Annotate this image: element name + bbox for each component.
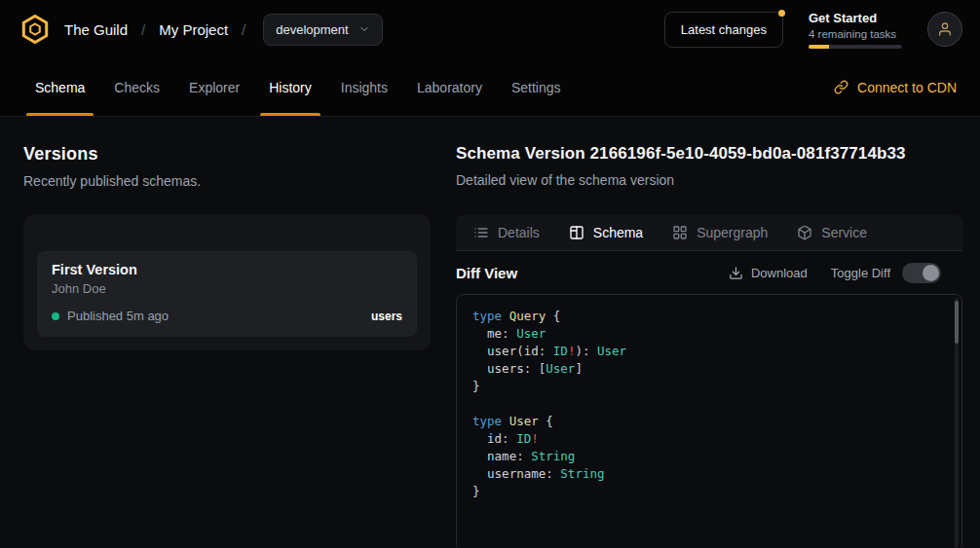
detail-tab-label: Details [498,225,540,240]
diff-toolbar: Diff View Download Toggle Diff [456,251,962,294]
code-line: } [472,483,946,500]
code-line [472,395,946,413]
primary-tabs: SchemaChecksExplorerHistoryInsightsLabor… [35,58,561,116]
toggle-knob [923,265,939,281]
code-line: username: String [472,465,946,483]
versions-subtitle: Recently published schemas. [23,173,431,189]
breadcrumb-separator: / [141,21,145,38]
versions-card: First VersionJohn DoePublished 5m agouse… [23,214,431,350]
target-selector[interactable]: development [263,14,382,46]
detail-tab-label: Schema [593,225,643,240]
get-started-subtitle: 4 remaining tasks [809,28,902,40]
toggle-diff-switch[interactable] [902,263,941,283]
latest-changes-button[interactable]: Latest changes [664,12,783,48]
code-line: name: String [472,448,946,465]
nav-tab-history[interactable]: History [269,58,312,116]
published-dot [52,312,59,320]
nav-tab-settings[interactable]: Settings [511,58,561,116]
header-actions: Latest changes Get Started 4 remaining t… [664,11,962,49]
link-icon [834,80,848,94]
code-line: me: User [472,325,946,343]
scrollbar [955,298,959,548]
box-icon [797,225,812,240]
download-button[interactable]: Download [729,266,808,280]
version-list: First VersionJohn DoePublished 5m agouse… [37,251,417,337]
detail-tab-label: Supergraph [697,225,768,240]
schema-version-subtitle: Detailed view of the schema version [456,172,962,188]
grid-icon [672,225,688,240]
code-line: type Query { [472,308,946,325]
nav-tab-checks[interactable]: Checks [114,58,160,116]
diff-view-title: Diff View [456,265,517,281]
detail-tab-details[interactable]: Details [473,225,540,240]
versions-column: Versions Recently published schemas. Fir… [23,144,431,548]
nav-tab-insights[interactable]: Insights [341,58,388,116]
breadcrumb-separator: / [242,21,245,38]
breadcrumb-project[interactable]: My Project [159,21,228,38]
detail-tabs: DetailsSchemaSupergraphService [456,215,962,251]
version-status: Published 5m ago [67,309,169,323]
app-root: The Guild / My Project / development Lat… [0,0,980,548]
get-started-widget[interactable]: Get Started 4 remaining tasks [809,11,902,49]
get-started-title: Get Started [809,11,902,25]
breadcrumb-org[interactable]: The Guild [64,21,128,38]
schema-icon [569,225,584,240]
nav-tab-explorer[interactable]: Explorer [189,58,240,116]
user-avatar[interactable] [927,12,962,47]
code-line: user(id: ID!): User [472,343,946,360]
code-line: } [472,378,946,395]
version-status-row: Published 5m agousers [52,309,402,323]
breadcrumb: The Guild / My Project / development [19,14,383,46]
list-icon [473,225,489,240]
nav-tab-schema[interactable]: Schema [35,58,85,116]
versions-title: Versions [23,144,431,164]
service-badge: users [371,310,402,323]
schema-version-column: Schema Version 2166196f-5e10-4059-bd0a-0… [456,144,962,548]
code-area: type Query { me: User user(id: ID!): Use… [472,308,946,500]
schema-version-panel: DetailsSchemaSupergraphService Diff View… [456,215,962,548]
toggle-diff-group: Toggle Diff [831,263,941,283]
detail-tab-label: Service [821,225,867,240]
detail-tab-schema[interactable]: Schema [569,225,643,240]
connect-cdn-label: Connect to CDN [857,80,957,95]
primary-nav: SchemaChecksExplorerHistoryInsightsLabor… [0,58,980,117]
code-line: id: ID! [472,430,946,448]
target-selector-value: development [276,22,348,37]
download-label: Download [751,266,808,280]
connect-cdn-button[interactable]: Connect to CDN [834,58,957,116]
scrollbar-thumb[interactable] [955,301,959,344]
detail-tab-service[interactable]: Service [797,225,867,240]
get-started-progress-fill [809,45,829,49]
user-icon [937,21,953,37]
code-line: users: [User] [472,360,946,378]
chevron-down-icon [358,23,370,35]
version-author: John Doe [52,281,402,296]
nav-tab-laboratory[interactable]: Laboratory [417,58,482,116]
schema-version-title: Schema Version 2166196f-5e10-4059-bd0a-0… [456,144,962,164]
version-name: First Version [52,262,402,277]
download-icon [729,266,743,280]
toggle-diff-label: Toggle Diff [831,266,890,280]
hive-logo-icon[interactable] [19,14,51,45]
get-started-progress-bar [809,45,902,49]
version-list-item[interactable]: First VersionJohn DoePublished 5m agouse… [37,251,417,337]
detail-tab-supergraph[interactable]: Supergraph [672,225,768,240]
top-header: The Guild / My Project / development Lat… [0,0,980,58]
main-content: Versions Recently published schemas. Fir… [0,117,980,548]
notification-dot [778,10,785,17]
code-line: type User { [472,413,946,430]
diff-actions: Download Toggle Diff [729,263,941,283]
latest-changes-label: Latest changes [681,22,767,37]
schema-code-block[interactable]: type Query { me: User user(id: ID!): Use… [456,294,962,548]
